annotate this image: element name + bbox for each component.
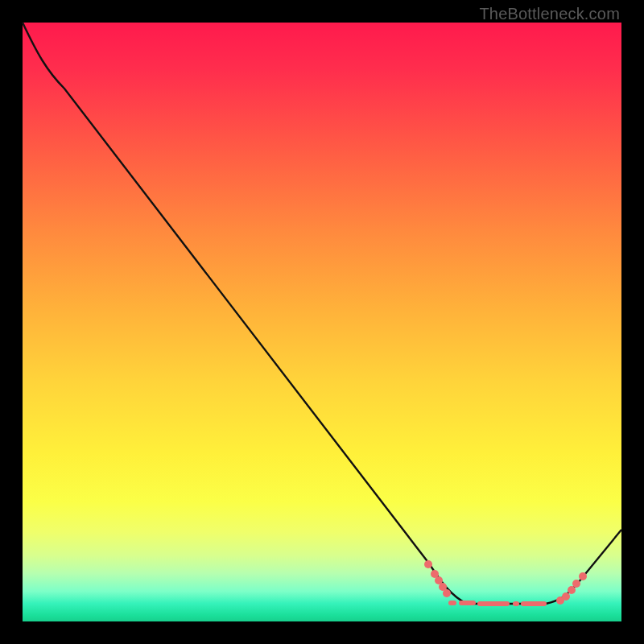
chart-container: TheBottleneck.com: [0, 0, 644, 644]
data-marker: [579, 572, 587, 580]
data-marker: [443, 589, 451, 597]
watermark-text: TheBottleneck.com: [479, 5, 620, 23]
data-marker: [562, 592, 570, 601]
bottleneck-curve-svg: [23, 23, 621, 621]
data-marker: [568, 586, 576, 594]
plot-area: [23, 23, 621, 621]
data-marker: [424, 560, 432, 568]
data-marker: [572, 580, 580, 588]
bottleneck-curve: [23, 23, 621, 604]
